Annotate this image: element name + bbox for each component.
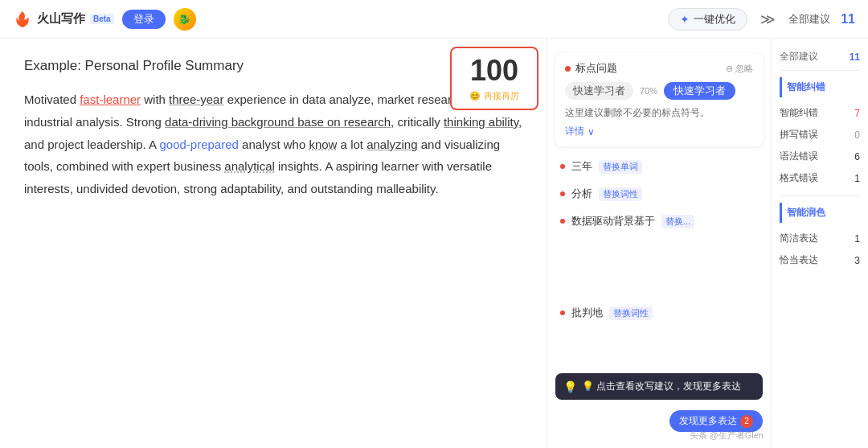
word-original-1: 快速学习者: [565, 82, 633, 100]
sidebar-category-error: 智能纠错: [780, 77, 860, 97]
sidebar-item-concise[interactable]: 简洁表达 1: [780, 228, 860, 249]
mini-dot-3: [560, 219, 565, 224]
more-button[interactable]: ≫: [755, 10, 780, 28]
ignore-button-1[interactable]: 忽略: [726, 63, 753, 75]
sidebar-item-format[interactable]: 格式错误 1: [780, 167, 860, 189]
tooltip-text: 💡 点击查看改写建议，发现更多表达: [582, 380, 741, 393]
mini-item-1[interactable]: 三年 替换单词: [547, 153, 771, 180]
mini-tag-3[interactable]: 替换...: [661, 215, 694, 228]
sidebar-count-grammar: 6: [854, 151, 860, 162]
sidebar-divider-1: [780, 70, 860, 71]
left-area: Example: Personal Profile Summary Motiva…: [0, 39, 547, 448]
star-icon: ✦: [680, 13, 690, 26]
highlight-analyzing[interactable]: analyzing: [366, 138, 417, 151]
highlight-know[interactable]: know: [309, 138, 337, 151]
mini-tag-2[interactable]: 替换词性: [599, 187, 642, 201]
sidebar-all-label: 全部建议 11: [780, 50, 860, 64]
sidebar-count-format: 1: [854, 173, 860, 184]
middle-panel: 标点问题 忽略 快速学习者 70% 快速学习者 这里建议删除不必要的标点符号。 …: [547, 39, 772, 448]
mini-label-4: 批判地: [571, 306, 603, 320]
highlight-analytical[interactable]: analytical: [224, 159, 275, 173]
sidebar-item-spelling[interactable]: 拼写错误 0: [780, 124, 860, 146]
highlight-data-driving[interactable]: data-driving background base on research: [165, 115, 391, 129]
doc-body: Motivated fast-learner with three-year e…: [24, 88, 522, 200]
mini-item-2[interactable]: 分析 替换词性: [547, 180, 771, 208]
sidebar-count-concise: 1: [854, 233, 860, 245]
sidebar-divider-2: [780, 195, 860, 196]
discover-button[interactable]: 发现更多表达 2: [669, 410, 763, 432]
right-sidebar: 全部建议 11 智能纠错 智能纠错 7 拼写错误 0 语法错误 6 格式错误 1…: [772, 39, 868, 448]
suggestion-card-1: 标点问题 忽略 快速学习者 70% 快速学习者 这里建议删除不必要的标点符号。 …: [555, 53, 763, 146]
mini-label-1: 三年: [571, 159, 592, 174]
score-card: 100 再接再厉: [450, 47, 538, 110]
tooltip-banner: 💡 💡 点击查看改写建议，发现更多表达: [555, 373, 763, 400]
suggestions-count: 11: [841, 12, 855, 27]
topnav: 火山写作 Beta 登录 🐉 ✦ 一键优化 ≫ 全部建议 11: [0, 0, 868, 39]
word-row-1: 快速学习者 70% 快速学习者: [565, 82, 753, 100]
watermark: 头条 @生产者Glen: [690, 430, 764, 442]
mini-tag-4[interactable]: 替换词性: [609, 306, 653, 320]
highlight-good-prepared[interactable]: good-prepared: [159, 138, 238, 151]
logo-icon: [13, 10, 32, 29]
mini-dot-2: [560, 191, 565, 196]
highlight-thinking[interactable]: thinking ability: [444, 115, 518, 129]
card-note-1: 这里建议删除不必要的标点符号。: [565, 106, 753, 120]
logo-area: 火山写作 Beta: [13, 10, 114, 29]
mini-dot-4: [560, 310, 565, 315]
sidebar-count-correction: 7: [854, 108, 860, 119]
mini-label-3: 数据驱动背景基于: [571, 214, 655, 228]
score-subtitle: 再接再厉: [460, 90, 529, 102]
sidebar-item-grammar[interactable]: 语法错误 6: [780, 146, 860, 167]
highlight-fast-learner[interactable]: fast-learner: [80, 92, 141, 106]
word-score-1: 70%: [640, 86, 657, 96]
lightbulb-icon: 💡: [563, 380, 577, 393]
score-number: 100: [460, 55, 529, 87]
sidebar-category-polish: 智能润色: [780, 203, 860, 223]
optimize-button[interactable]: ✦ 一键优化: [668, 8, 747, 31]
card-dot-1: [565, 66, 571, 72]
sidebar-count-spelling: 0: [854, 129, 860, 141]
main-layout: Example: Personal Profile Summary Motiva…: [0, 39, 868, 448]
card-title-1: 标点问题: [575, 61, 617, 76]
doc-title: Example: Personal Profile Summary: [24, 58, 522, 74]
card-header-1: 标点问题 忽略: [565, 61, 753, 76]
mini-item-3[interactable]: 数据驱动背景基于 替换...: [547, 208, 771, 235]
mini-tag-1[interactable]: 替换单词: [599, 160, 642, 174]
sidebar-all-count: 11: [850, 51, 860, 63]
sidebar-count-appropriate: 3: [854, 255, 860, 266]
highlight-three-year[interactable]: three-year: [169, 92, 223, 106]
avatar-button[interactable]: 🐉: [174, 8, 196, 31]
mini-dot-1: [560, 164, 565, 169]
app-name: 火山写作: [37, 11, 85, 27]
discover-count: 2: [740, 415, 753, 428]
sidebar-item-correction[interactable]: 智能纠错 7: [780, 102, 860, 124]
mini-item-4[interactable]: 批判地 替换词性: [547, 299, 771, 327]
word-suggestion-1[interactable]: 快速学习者: [664, 82, 735, 100]
suggestions-label: 全部建议: [788, 12, 830, 27]
mini-label-2: 分析: [571, 187, 592, 201]
login-button[interactable]: 登录: [122, 10, 166, 29]
sidebar-item-appropriate[interactable]: 恰当表达 3: [780, 249, 860, 271]
beta-badge: Beta: [90, 14, 114, 24]
card-detail-1[interactable]: 详情 ∨: [565, 125, 753, 138]
